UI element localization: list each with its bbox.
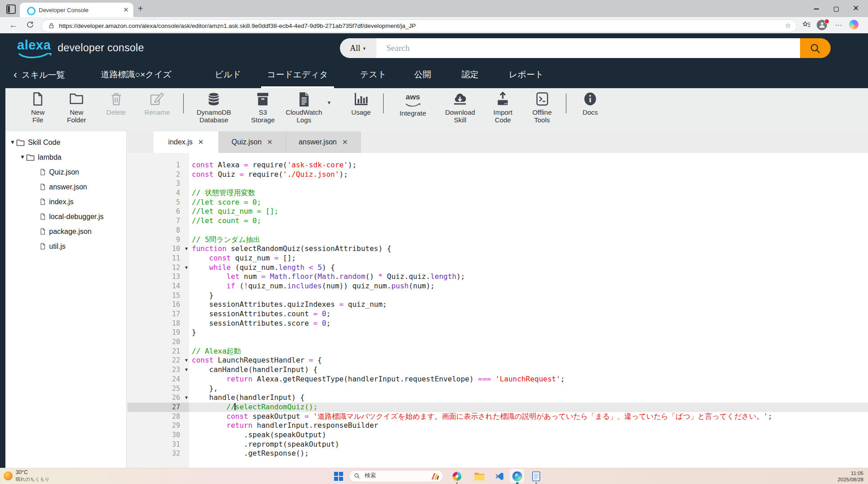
gutter-line-26[interactable]: 26▼	[127, 393, 189, 403]
s3-storage-button[interactable]: S3Storage	[251, 92, 275, 124]
browser-tab[interactable]: Developer Console ✕	[20, 3, 133, 17]
code-line-15[interactable]: }	[189, 291, 868, 300]
gutter-line-30[interactable]: 30	[127, 430, 189, 440]
file-explorer-icon[interactable]	[474, 471, 485, 482]
gutter-line-15[interactable]: 15	[127, 291, 189, 300]
cloudwatch-logs-button[interactable]: CloudWatchLogs	[285, 92, 322, 124]
fold-arrow-icon[interactable]: ▼	[185, 244, 188, 254]
gutter-line-1[interactable]: 1	[127, 161, 189, 170]
gutter-line-17[interactable]: 17	[127, 309, 189, 319]
fold-arrow-icon[interactable]: ▼	[185, 365, 188, 375]
offline-tools-button[interactable]: OfflineTools	[532, 92, 552, 124]
url-bar[interactable]: https://developer.amazon.com/alexa/conso…	[41, 19, 797, 32]
tab-report[interactable]: レポート	[503, 63, 549, 86]
close-icon[interactable]: ✕	[342, 138, 348, 146]
code-line-22[interactable]: const LaunchRequestHandler = {	[189, 356, 868, 365]
code-editor[interactable]: 12345678910▼1112▼13141516171819202122▼23…	[127, 153, 868, 468]
editor-gutter[interactable]: 12345678910▼1112▼13141516171819202122▼23…	[127, 153, 189, 468]
browser-menu-icon[interactable]: …	[835, 19, 843, 28]
gutter-line-14[interactable]: 14	[127, 282, 189, 291]
bookmark-star-icon[interactable]: ☆	[785, 22, 791, 30]
tree-item-skill-code[interactable]: ▼Skill Code	[5, 135, 127, 150]
gutter-line-13[interactable]: 13	[127, 272, 189, 282]
tab-test[interactable]: テスト	[354, 63, 392, 86]
code-line-1[interactable]: const Alexa = require('ask-sdk-core');	[189, 161, 868, 170]
copilot-icon[interactable]	[849, 20, 859, 29]
editor-tab-answer-json[interactable]: answer.json✕	[286, 131, 361, 153]
code-line-23[interactable]: canHandle(handlerInput) {	[189, 365, 868, 375]
gutter-line-25[interactable]: 25	[127, 384, 189, 394]
code-line-20[interactable]	[189, 337, 868, 347]
workspaces-icon[interactable]	[6, 4, 16, 14]
alexa-logo[interactable]: alexa	[17, 38, 51, 53]
gutter-line-5[interactable]: 5	[127, 198, 189, 207]
new-file-button[interactable]: NewFile	[31, 92, 45, 124]
download-skill-button[interactable]: DownloadSkill	[445, 92, 475, 124]
code-line-13[interactable]: let num = Math.floor(Math.random() * Qui…	[189, 272, 868, 282]
fold-arrow-icon[interactable]: ▼	[185, 263, 188, 273]
gutter-line-8[interactable]: 8	[127, 226, 189, 235]
editor-tab-index-js[interactable]: index.js✕	[154, 131, 218, 153]
editor-code[interactable]: const Alexa = require('ask-sdk-core');co…	[189, 153, 868, 468]
gutter-line-16[interactable]: 16	[127, 300, 189, 309]
code-line-10[interactable]: function selectRandomQuiz(sessionAttribu…	[189, 244, 868, 254]
code-line-9[interactable]: // 5問ランダム抽出	[189, 235, 868, 245]
gutter-line-12[interactable]: 12▼	[127, 263, 189, 273]
gutter-line-31[interactable]: 31	[127, 440, 189, 449]
gutter-line-4[interactable]: 4	[127, 188, 189, 198]
tree-item-quiz-json[interactable]: Quiz.json	[5, 165, 127, 179]
code-line-3[interactable]	[189, 179, 868, 188]
edge-icon[interactable]	[511, 471, 523, 482]
gutter-line-3[interactable]: 3	[127, 179, 189, 188]
taskbar-search-input[interactable]	[364, 472, 424, 479]
gutter-line-11[interactable]: 11	[127, 254, 189, 263]
editor-tab-quiz-json[interactable]: Quiz.json✕	[218, 131, 286, 153]
code-line-32[interactable]: .getResponse();	[189, 449, 868, 458]
gutter-line-29[interactable]: 29	[127, 421, 189, 430]
search-input[interactable]	[376, 38, 800, 58]
tree-item-lambda[interactable]: ▼lambda	[5, 150, 127, 165]
taskbar-search[interactable]	[349, 470, 443, 482]
fold-arrow-icon[interactable]: ▼	[185, 356, 188, 365]
tree-item-answer-json[interactable]: answer.json	[5, 179, 127, 194]
code-line-25[interactable]: },	[189, 384, 868, 394]
search-scope-dropdown[interactable]: All ▼	[340, 38, 376, 58]
close-icon[interactable]: ✕	[267, 138, 273, 146]
window-close-button[interactable]: ✕	[845, 0, 866, 17]
gutter-line-19[interactable]: 19	[127, 328, 189, 337]
gutter-line-23[interactable]: 23▼	[127, 365, 189, 375]
code-line-24[interactable]: return Alexa.getRequestType(handlerInput…	[189, 375, 868, 384]
gutter-line-7[interactable]: 7	[127, 216, 189, 226]
weather-widget[interactable]: 30°C 晴れのちくもり	[4, 469, 50, 483]
gutter-line-27[interactable]: 27	[127, 403, 189, 412]
code-line-30[interactable]: .speak(speakOutput)	[189, 430, 868, 440]
code-line-14[interactable]: if (!quiz_num.includes(num)) quiz_num.pu…	[189, 282, 868, 291]
tab-close-icon[interactable]: ✕	[123, 6, 129, 14]
tree-item-package-json[interactable]: package.json	[5, 224, 127, 239]
new-tab-button[interactable]: +	[138, 4, 143, 13]
dynamodb-database-button[interactable]: DynamoDBDatabase	[197, 92, 231, 124]
tree-item-index-js[interactable]: index.js	[5, 194, 127, 209]
code-line-19[interactable]: }	[189, 328, 868, 337]
gutter-line-20[interactable]: 20	[127, 337, 189, 347]
notepad-icon[interactable]	[530, 471, 542, 482]
fold-arrow-icon[interactable]: ▼	[185, 393, 188, 403]
window-minimize-button[interactable]	[806, 0, 827, 17]
search-button[interactable]	[800, 38, 831, 58]
favorites-bar-icon[interactable]	[802, 21, 811, 31]
code-line-4[interactable]: // 状態管理用変数	[189, 188, 868, 198]
code-line-16[interactable]: sessionAttributes.quizIndexes = quiz_num…	[189, 300, 868, 309]
gutter-line-21[interactable]: 21	[127, 347, 189, 356]
tab-build[interactable]: ビルド	[209, 63, 247, 86]
code-line-26[interactable]: handle(handlerInput) {	[189, 393, 868, 403]
code-line-5[interactable]: //let score = 0;	[189, 198, 868, 207]
chevron-down-icon[interactable]: ▼	[327, 100, 332, 105]
tree-item-util-js[interactable]: util.js	[5, 239, 127, 254]
gutter-line-28[interactable]: 28	[127, 412, 189, 421]
gutter-line-10[interactable]: 10▼	[127, 244, 189, 254]
gutter-line-22[interactable]: 22▼	[127, 356, 189, 365]
code-line-29[interactable]: return handlerInput.responseBuilder	[189, 421, 868, 430]
code-line-27[interactable]: //selectRandomQuiz();	[189, 403, 868, 412]
gutter-line-24[interactable]: 24	[127, 375, 189, 384]
integrate-button[interactable]: awsIntegrate	[399, 92, 426, 117]
